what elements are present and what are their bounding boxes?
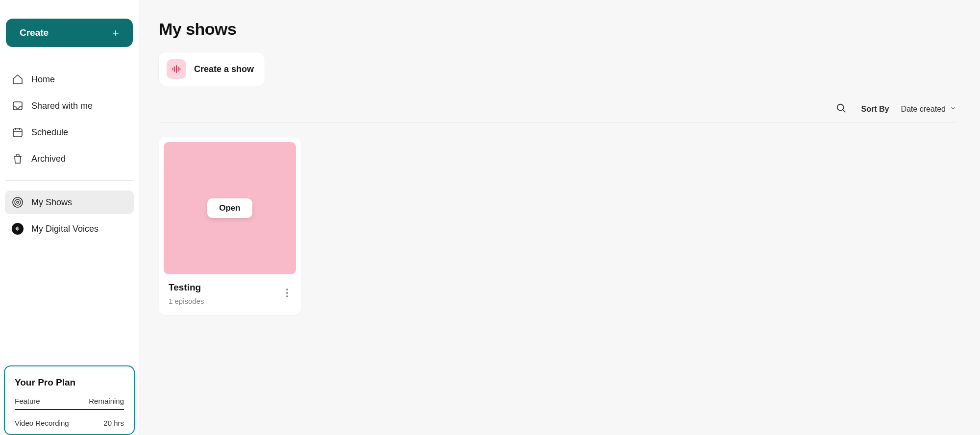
svg-point-4 [13, 197, 23, 207]
waveform-icon [12, 223, 24, 235]
plus-icon: ＋ [110, 27, 121, 38]
more-vertical-icon [286, 289, 288, 299]
plan-header-row: Feature Remaining [15, 397, 124, 410]
svg-point-6 [286, 289, 288, 290]
search-button[interactable] [835, 103, 847, 115]
waveform-icon [167, 59, 186, 79]
sidebar-item-my-shows[interactable]: My Shows [5, 191, 134, 214]
plan-card: Your Pro Plan Feature Remaining Video Re… [4, 365, 135, 435]
plan-feature-remaining: 20 hrs [103, 419, 124, 427]
sidebar-item-label: Archived [31, 154, 66, 164]
plan-row: Video Recording 20 hrs [15, 417, 124, 429]
show-card[interactable]: J E Open Testing 1 episodes [159, 137, 301, 315]
sidebar-item-home[interactable]: Home [5, 68, 134, 91]
trash-icon [12, 153, 24, 165]
chevron-down-icon [950, 105, 956, 114]
divider [6, 180, 133, 181]
nav-secondary: My Shows My Digital Voices [5, 191, 134, 241]
show-thumbnail: J E Open [164, 142, 296, 274]
svg-point-8 [286, 295, 288, 297]
create-button[interactable]: Create ＋ [6, 19, 133, 47]
plan-col-remaining: Remaining [89, 397, 124, 405]
show-subtitle: 1 episodes [169, 297, 291, 305]
svg-point-2 [17, 201, 19, 203]
plan-feature-name: Video Recording [15, 419, 69, 427]
open-button[interactable]: Open [207, 198, 252, 218]
show-meta: Testing 1 episodes [159, 279, 301, 315]
svg-rect-1 [13, 129, 22, 137]
page-title: My shows [159, 20, 956, 39]
sidebar-item-digital-voices[interactable]: My Digital Voices [5, 217, 134, 241]
sidebar-item-shared[interactable]: Shared with me [5, 94, 134, 118]
sort-by-label: Sort By [861, 105, 889, 114]
home-icon [12, 73, 24, 85]
show-name: Testing [169, 282, 291, 293]
shows-grid: J E Open Testing 1 episodes [159, 122, 956, 315]
sidebar-item-label: My Digital Voices [31, 224, 98, 234]
inbox-icon [12, 100, 24, 112]
calendar-icon [12, 126, 24, 138]
svg-point-7 [286, 292, 288, 294]
create-button-label: Create [20, 27, 49, 38]
sidebar-item-label: Schedule [31, 127, 68, 138]
sort-value: Date created [901, 105, 946, 114]
sidebar: Create ＋ Home Shared with me Schedule [0, 0, 139, 435]
svg-point-3 [15, 199, 21, 205]
sidebar-item-label: Home [31, 74, 55, 85]
sidebar-item-label: Shared with me [31, 101, 93, 111]
more-button[interactable] [281, 288, 293, 300]
plan-col-feature: Feature [15, 397, 40, 405]
main-content: My shows Create a show Sort By Date crea… [139, 0, 980, 435]
toolbar: Sort By Date created [159, 103, 956, 122]
nav-primary: Home Shared with me Schedule Archived [5, 68, 134, 170]
create-show-label: Create a show [194, 64, 254, 74]
svg-point-5 [837, 104, 844, 111]
sidebar-item-archived[interactable]: Archived [5, 147, 134, 170]
plan-title: Your Pro Plan [15, 377, 124, 388]
sidebar-item-schedule[interactable]: Schedule [5, 121, 134, 144]
sort-select[interactable]: Date created [901, 105, 956, 114]
broadcast-icon [12, 196, 24, 208]
create-show-button[interactable]: Create a show [159, 52, 265, 86]
search-icon [836, 103, 847, 116]
sidebar-item-label: My Shows [31, 197, 72, 208]
